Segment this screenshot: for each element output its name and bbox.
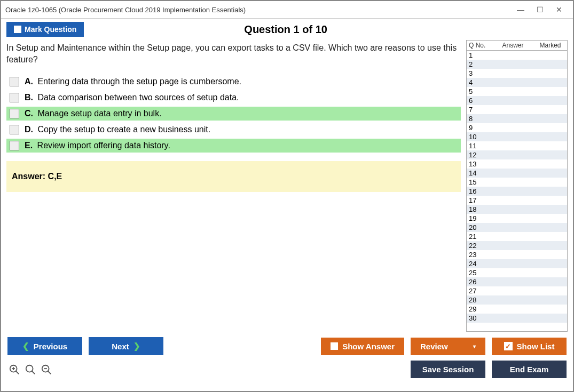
qno-cell: 3 (469, 69, 490, 78)
qno-cell: 13 (469, 159, 490, 169)
close-icon[interactable]: ✕ (549, 3, 569, 16)
choice-checkbox[interactable] (10, 77, 19, 86)
marked-cell (538, 123, 565, 132)
end-exam-button[interactable]: End Exam (492, 361, 567, 378)
question-list-row[interactable]: 22 (467, 241, 567, 250)
answer-cell (490, 295, 538, 305)
question-list-row[interactable]: 29 (467, 305, 567, 314)
marked-cell (538, 214, 565, 223)
review-label: Review (420, 342, 448, 351)
mark-question-button[interactable]: Mark Question (6, 22, 84, 37)
previous-label: Previous (34, 342, 67, 351)
question-list-row[interactable]: 3 (467, 69, 567, 78)
question-list-row[interactable]: 5 (467, 87, 567, 96)
qno-cell: 20 (469, 223, 490, 232)
question-list-row[interactable]: 16 (467, 187, 567, 196)
question-list-row[interactable]: 13 (467, 159, 567, 169)
minimize-icon[interactable]: — (511, 3, 530, 16)
question-list-row[interactable]: 12 (467, 150, 567, 159)
choice-row[interactable]: A. Entering data through the setup page … (6, 75, 461, 89)
answer-cell (490, 277, 538, 286)
marked-cell (538, 178, 565, 187)
answer-cell (490, 196, 538, 205)
answer-cell (490, 187, 538, 196)
answer-cell (490, 286, 538, 295)
answer-cell (490, 69, 538, 78)
question-list-row[interactable]: 10 (467, 132, 567, 141)
question-list-row[interactable]: 26 (467, 277, 567, 286)
question-list-row[interactable]: 4 (467, 78, 567, 87)
header-row: Mark Question Question 1 of 10 (1, 19, 573, 40)
qno-cell: 1 (469, 51, 490, 60)
save-session-label: Save Session (422, 365, 474, 374)
question-list-row[interactable]: 8 (467, 114, 567, 123)
answer-cell (490, 87, 538, 96)
question-list-row[interactable]: 9 (467, 123, 567, 132)
marked-cell (538, 141, 565, 150)
question-list-row[interactable]: 2 (467, 60, 567, 69)
qno-cell: 29 (469, 305, 490, 314)
choice-checkbox[interactable] (10, 141, 19, 150)
window-title: Oracle 1z0-1065 (Oracle Procurement Clou… (5, 6, 511, 14)
question-list-row[interactable]: 19 (467, 214, 567, 223)
answer-cell (490, 150, 538, 159)
question-list-row[interactable]: 17 (467, 196, 567, 205)
choice-checkbox[interactable] (10, 109, 19, 118)
question-list-row[interactable]: 28 (467, 295, 567, 305)
question-list-panel: Q No. Answer Marked 12345678910111213141… (466, 40, 568, 332)
choice-checkbox[interactable] (10, 125, 19, 134)
choice-row[interactable]: C. Manage setup data entry in bulk. (6, 107, 461, 121)
answer-cell (490, 232, 538, 241)
button-row-2: Save Session End Exam (7, 361, 567, 378)
answer-cell (490, 178, 538, 187)
qno-cell: 18 (469, 205, 490, 214)
question-list-row[interactable]: 1 (467, 51, 567, 60)
choice-row[interactable]: D. Copy the setup to create a new busine… (6, 123, 461, 137)
qno-cell: 16 (469, 187, 490, 196)
question-list-row[interactable]: 23 (467, 250, 567, 259)
answer-cell (490, 241, 538, 250)
marked-cell (538, 259, 565, 268)
question-list-row[interactable]: 15 (467, 178, 567, 187)
checkbox-icon (14, 26, 21, 33)
zoom-reset-icon[interactable] (25, 364, 36, 375)
question-list-row[interactable]: 20 (467, 223, 567, 232)
question-text: In Setup and Maintenance within the Setu… (6, 42, 461, 66)
answer-cell (490, 60, 538, 69)
maximize-icon[interactable]: ☐ (530, 3, 549, 16)
chevron-down-icon: ▾ (473, 343, 476, 349)
marked-cell (538, 159, 565, 169)
zoom-out-icon[interactable] (41, 364, 52, 375)
question-list-row[interactable]: 6 (467, 96, 567, 105)
qno-cell: 4 (469, 78, 490, 87)
next-button[interactable]: Next ❯ (89, 337, 163, 355)
question-list-row[interactable]: 18 (467, 205, 567, 214)
zoom-in-icon[interactable] (9, 364, 20, 375)
answer-cell (490, 205, 538, 214)
review-button[interactable]: Review ▾ (411, 338, 485, 355)
question-list-row[interactable]: 11 (467, 141, 567, 150)
show-list-button[interactable]: ✓ Show List (492, 338, 567, 355)
marked-cell (538, 250, 565, 259)
question-list-row[interactable]: 24 (467, 259, 567, 268)
choice-text: A. Entering data through the setup page … (25, 77, 241, 86)
marked-cell (538, 205, 565, 214)
question-list-row[interactable]: 25 (467, 268, 567, 277)
marked-cell (538, 87, 565, 96)
save-session-button[interactable]: Save Session (411, 361, 485, 378)
question-list-row[interactable]: 27 (467, 286, 567, 295)
question-counter: Question 1 of 10 (84, 23, 487, 36)
check-icon: ✓ (504, 342, 513, 350)
question-list-row[interactable]: 14 (467, 169, 567, 178)
answer-cell (490, 78, 538, 87)
question-list-body[interactable]: 1234567891011121314151617181920212223242… (467, 51, 567, 331)
marked-cell (538, 305, 565, 314)
question-list-row[interactable]: 7 (467, 105, 567, 114)
question-list-row[interactable]: 30 (467, 314, 567, 323)
choice-row[interactable]: B. Data comparison between two sources o… (6, 91, 461, 105)
choice-checkbox[interactable] (10, 93, 19, 102)
choice-row[interactable]: E. Review import offering data history. (6, 139, 461, 153)
question-list-row[interactable]: 21 (467, 232, 567, 241)
show-answer-button[interactable]: Show Answer (321, 338, 404, 355)
previous-button[interactable]: ❮ Previous (7, 337, 82, 355)
